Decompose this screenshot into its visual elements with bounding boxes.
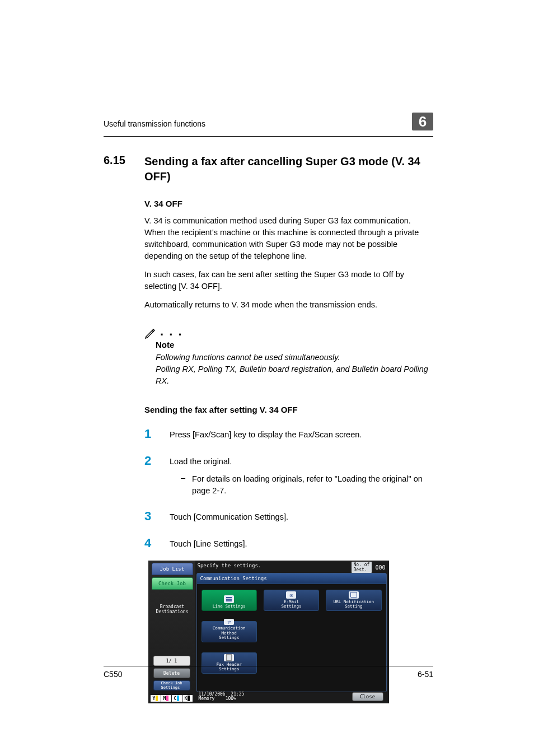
ellipsis-icon: . . .	[160, 325, 183, 338]
section-title: Sending a fax after cancelling Super G3 …	[144, 154, 433, 184]
memory-label: Memory	[199, 696, 215, 701]
page-footer: C550 6-51	[104, 666, 433, 679]
dash-icon: –	[181, 473, 185, 497]
toner-k-icon: K	[182, 695, 193, 702]
memory-value: 100%	[226, 696, 236, 701]
status-time: 21:25	[231, 692, 244, 697]
running-header: Useful transmission functions 6	[104, 115, 433, 137]
note-icon-row: . . .	[144, 326, 433, 339]
procedure-heading: Sending the fax after setting V. 34 OFF	[144, 405, 433, 414]
sub-step-text: For details on loading originals, refer …	[192, 473, 433, 497]
document-icon	[224, 595, 234, 603]
running-header-text: Useful transmission functions	[104, 119, 205, 128]
step-number: 3	[144, 509, 158, 524]
panel-instruction: Specify the settings.	[198, 563, 261, 568]
destination-label: No. of Dest.	[352, 562, 372, 573]
step-text: Press [Fax/Scan] key to display the Fax/…	[170, 427, 362, 441]
status-date: 11/10/2006	[199, 692, 226, 697]
paragraph: Automatically returns to V. 34 mode when…	[144, 299, 433, 311]
footer-page-number: 6-51	[418, 670, 433, 679]
toner-y-icon: Y	[151, 695, 161, 702]
note-text: Following functions cannot be used simul…	[156, 352, 433, 387]
procedure-step: 1 Press [Fax/Scan] key to display the Fa…	[144, 427, 433, 441]
paragraph: In such cases, fax can be sent after set…	[144, 269, 433, 292]
email-settings-button[interactable]: E-Mail Settings	[264, 590, 319, 611]
subsection-title: V. 34 OFF	[144, 199, 433, 208]
button-label: E-Mail Settings	[281, 600, 301, 609]
button-label: Line Settings	[213, 604, 246, 609]
broadcast-destinations-label[interactable]: Broadcast Destinations	[152, 604, 193, 614]
url-notification-button[interactable]: URL Notification Setting	[326, 590, 381, 611]
procedure-step: 2 Load the original. – For details on lo…	[144, 454, 433, 497]
step-number: 2	[144, 454, 158, 468]
check-job-settings-button[interactable]: Check Job Settings	[153, 680, 190, 690]
note-label: Note	[156, 340, 433, 349]
toner-indicator: Y M C K	[151, 695, 193, 702]
button-label: URL Notification Setting	[334, 600, 374, 609]
section-number: 6.15	[104, 154, 134, 167]
step-number: 4	[144, 536, 158, 550]
pencil-icon	[144, 326, 157, 339]
procedure-step: 3 Touch [Communication Settings].	[144, 509, 433, 524]
close-button[interactable]: Close	[352, 692, 383, 701]
destination-count: 000	[375, 564, 385, 571]
tab-job-list[interactable]: Job List	[152, 563, 193, 575]
section-heading: 6.15 Sending a fax after cancelling Supe…	[104, 154, 433, 184]
note-block: . . . Note Following functions cannot be…	[144, 326, 433, 387]
step-text: Touch [Line Settings].	[170, 536, 247, 550]
browser-icon	[349, 591, 359, 599]
step-text: Load the original.	[170, 454, 433, 468]
toner-c-icon: C	[172, 695, 182, 702]
paragraph: V. 34 is communication method used durin…	[144, 215, 433, 262]
destination-counter: No. of Dest. 000	[352, 562, 386, 573]
mail-icon	[286, 591, 296, 599]
footer-model: C550	[104, 670, 122, 679]
tab-check-job[interactable]: Check Job	[152, 577, 193, 590]
transfer-icon	[224, 619, 234, 625]
chapter-number-badge: 6	[412, 113, 433, 130]
line-settings-button[interactable]: Line Settings	[202, 590, 257, 611]
step-number: 1	[144, 427, 158, 441]
panel-title: Communication Settings	[197, 573, 386, 584]
device-panel: Specify the settings. No. of Dest. 000 J…	[148, 561, 389, 703]
page-indicator: 1/ 1	[153, 656, 190, 666]
step-text: Touch [Communication Settings].	[170, 509, 288, 523]
sub-step: – For details on loading originals, refe…	[181, 473, 433, 497]
fax-icon	[224, 654, 234, 661]
procedure-step: 4 Touch [Line Settings].	[144, 536, 433, 550]
status-bar: 11/10/2006 21:25 Memory 100%	[199, 692, 245, 702]
toner-m-icon: M	[161, 695, 171, 702]
communication-method-button[interactable]: Communication Method Settings	[202, 621, 257, 642]
device-sidebar: Job List Check Job Broadcast Destination…	[148, 561, 195, 703]
button-label: Communication Method Settings	[204, 626, 254, 640]
